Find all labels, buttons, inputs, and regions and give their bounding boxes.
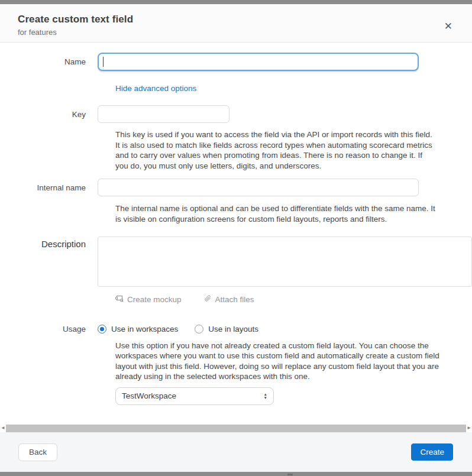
key-field-row: Key (0, 105, 472, 123)
page-behind-top-strip (0, 0, 472, 4)
back-button[interactable]: Back (18, 443, 57, 461)
modal-body: Name Hide advanced options Key This key … (0, 43, 472, 424)
radio-selected-icon (98, 325, 106, 333)
horizontal-scrollbar: ◄ ► (0, 424, 472, 432)
scrollbar-thumb[interactable] (6, 425, 466, 432)
internal-name-input[interactable] (98, 179, 419, 196)
radio-use-in-workspaces-label: Use in workspaces (111, 325, 178, 333)
paperclip-icon (204, 294, 212, 305)
name-input[interactable] (98, 53, 419, 71)
scroll-right-icon[interactable]: ► (466, 424, 472, 432)
page-behind-artifact (287, 474, 293, 475)
name-label: Name (0, 57, 86, 66)
internal-name-help-text: The internal name is optional and can be… (115, 203, 439, 224)
description-label: Description (0, 237, 86, 249)
radio-use-in-layouts-label: Use in layouts (208, 325, 258, 333)
key-input[interactable] (98, 105, 229, 123)
usage-field-row: Usage Use in workspaces Use in layouts (0, 325, 472, 333)
modal-subtitle: for features (18, 28, 454, 37)
attach-files-label: Attach files (215, 295, 254, 304)
workspace-select-value: TestWorkspace (122, 391, 264, 400)
scroll-left-icon[interactable]: ◄ (0, 424, 6, 432)
internal-name-field-row: Internal name (0, 179, 472, 196)
page-behind-bottom-strip (0, 472, 472, 476)
mockup-icon (115, 294, 124, 304)
key-help-text: This key is used if you want to access t… (115, 129, 433, 171)
key-label: Key (0, 110, 86, 119)
usage-radio-group: Use in workspaces Use in layouts (98, 325, 258, 333)
name-field-row: Name (0, 53, 472, 71)
create-mockup-button[interactable]: Create mockup (115, 294, 182, 304)
internal-name-label: Internal name (0, 183, 86, 192)
description-textarea[interactable] (98, 237, 472, 287)
radio-unselected-icon (195, 325, 203, 333)
text-caret (103, 57, 104, 67)
workspace-select[interactable]: TestWorkspace ▲ ▼ (115, 387, 274, 405)
usage-help-text: Use this option if you have not already … (115, 341, 462, 382)
close-icon[interactable]: ✕ (444, 21, 452, 31)
create-custom-field-modal: Create custom text field for features ✕ … (0, 4, 472, 472)
attach-files-button[interactable]: Attach files (204, 294, 254, 305)
select-spinner-icon: ▲ ▼ (264, 393, 267, 400)
modal-title: Create custom text field (18, 14, 454, 25)
description-field-row: Description (0, 237, 472, 287)
modal-header: Create custom text field for features ✕ (0, 4, 472, 43)
create-button[interactable]: Create (411, 443, 453, 461)
usage-label: Usage (0, 325, 86, 333)
radio-use-in-layouts[interactable]: Use in layouts (195, 325, 258, 333)
attachment-actions: Create mockup Attach files (115, 294, 472, 305)
create-mockup-label: Create mockup (127, 295, 182, 304)
radio-use-in-workspaces[interactable]: Use in workspaces (98, 325, 178, 333)
hide-advanced-options-link[interactable]: Hide advanced options (115, 84, 196, 93)
modal-footer: Back Create (0, 432, 472, 472)
